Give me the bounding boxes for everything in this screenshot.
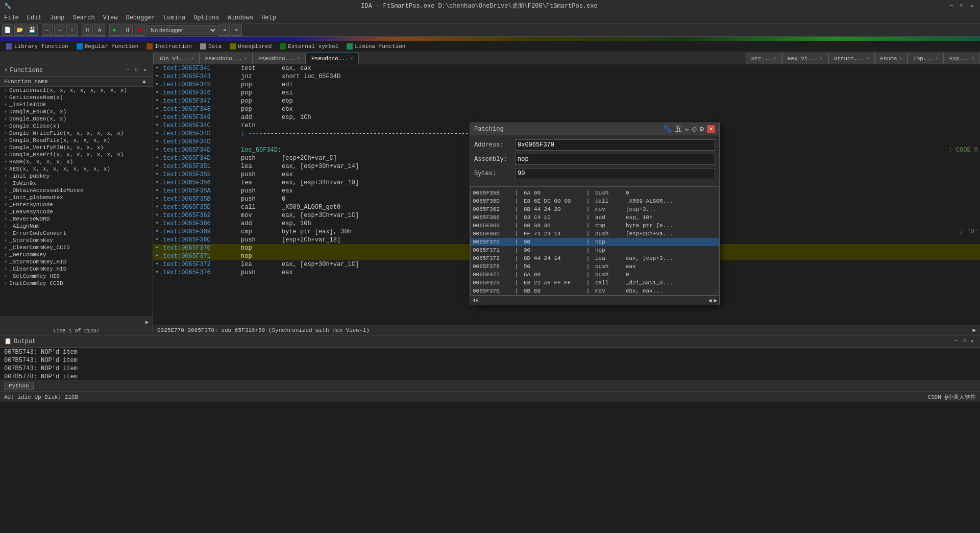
disasm-row[interactable]: •.text:0065F349addesp, 1Ch: [153, 113, 980, 122]
panel-close-btn[interactable]: ✕: [141, 67, 149, 74]
hex-table-row[interactable]: 0065F37E | 8B 88 | mov ebx, eax...: [471, 287, 719, 295]
func-list-item[interactable]: ⚡_ClearCommKey_HID: [0, 265, 153, 273]
tab-pseudo2[interactable]: Pseudoco... ✕: [253, 53, 306, 64]
hex-table-row[interactable]: 0065F366 | 83 C4 10 | add esp, 10h: [471, 213, 719, 222]
run-btn[interactable]: ▶: [109, 25, 120, 36]
panel-min-btn[interactable]: ─: [125, 67, 132, 74]
assembly-input[interactable]: [515, 154, 715, 165]
func-scroll-up[interactable]: ▲: [142, 79, 149, 85]
tab-enums[interactable]: Enums ✕: [875, 53, 908, 64]
close-button[interactable]: ✕: [968, 2, 976, 10]
tab-imp[interactable]: Imp... ✕: [908, 53, 944, 64]
disasm-row[interactable]: •.text:0065F346popesi: [153, 89, 980, 97]
func-list-item[interactable]: ⚡GenLicense1(x, x, x, x, x, x, x, x): [0, 87, 153, 94]
menu-item-windows[interactable]: Windows: [224, 12, 257, 23]
func-list-item[interactable]: ⚡_IsFileIDOK: [0, 101, 153, 108]
func-list-item[interactable]: ⚡_StoreCommKey_HID: [0, 258, 153, 265]
hex-table-row[interactable]: 0065F371 | 90 | nop: [471, 246, 719, 254]
tab-hexview[interactable]: Hex Vi... ✕: [782, 53, 828, 64]
func-list-item[interactable]: ⚡Dongle_ReadFile(x, x, x, x, x): [0, 137, 153, 144]
menu-item-debugger[interactable]: Debugger: [121, 12, 159, 23]
func-list-item[interactable]: ⚡_AlignNum: [0, 223, 153, 230]
func-list-item[interactable]: ⚡_ClearCommKey_CCID: [0, 244, 153, 251]
patching-scroll-left[interactable]: ◀: [708, 297, 712, 304]
func-list-item[interactable]: ⚡_GetCommKey_HID: [0, 273, 153, 280]
hex-table-row[interactable]: 0065F369 | 80 38 30 | cmp byte ptr [e...: [471, 222, 719, 230]
dog-icon[interactable]: 🐾: [663, 125, 672, 133]
stop-btn[interactable]: ⏹: [134, 25, 145, 36]
tab-pseudo3-close[interactable]: ✕: [351, 56, 353, 61]
menu-item-lumina[interactable]: Lumina: [159, 12, 189, 23]
disasm-row[interactable]: •.text:0065F341testeax, eax: [153, 64, 980, 72]
disasm-row[interactable]: •.text:0065F348popebx: [153, 105, 980, 113]
edit-icon[interactable]: ✏: [685, 125, 689, 133]
hex-btn[interactable]: H: [82, 25, 93, 36]
hex-table-row[interactable]: 0065F376 | 50 | push eax: [471, 262, 719, 271]
hex-table-row[interactable]: 0065F362 | 8B 44 24 20 | mov [esp+3...: [471, 205, 719, 213]
func-scroll-right[interactable]: ▶: [145, 319, 149, 325]
step-btn[interactable]: ⇥: [218, 25, 230, 36]
asm-btn[interactable]: A: [94, 25, 105, 36]
menu-item-jump[interactable]: Jump: [46, 12, 69, 23]
func-list-item[interactable]: ⚡_ReverseWORD: [0, 215, 153, 223]
tab-pseudo1[interactable]: Pseudoco... ✕: [200, 53, 253, 64]
disasm-row[interactable]: •.text:0065F347popebp: [153, 97, 980, 105]
hex-table-row[interactable]: 0065F35B | 6A 00 | push 0: [471, 189, 719, 197]
new-btn[interactable]: 📄: [2, 25, 13, 36]
target-icon[interactable]: ◎: [692, 125, 696, 133]
up-btn[interactable]: ↑: [66, 25, 78, 36]
tab-exp-close[interactable]: ✕: [972, 56, 974, 61]
menu-item-edit[interactable]: Edit: [23, 12, 46, 23]
pause-btn[interactable]: ⏸: [121, 25, 133, 36]
menu-item-file[interactable]: File: [0, 12, 23, 23]
func-list-item[interactable]: ⚡InitCommKey CCID: [0, 280, 153, 287]
five-icon[interactable]: 五: [675, 125, 682, 134]
hex-table-row[interactable]: 0065F36C | FF 74 24 14 | push [esp+2Ch+v…: [471, 230, 719, 238]
scroll-right-btn[interactable]: ▶: [972, 327, 976, 333]
tab-str-close[interactable]: ✕: [773, 56, 776, 61]
hex-table-row[interactable]: 0065F379 | E8 22 A8 FF FF | call _d2i_AS…: [471, 279, 719, 287]
open-btn[interactable]: 📂: [14, 25, 26, 36]
minimize-button[interactable]: ─: [947, 2, 955, 10]
func-list-item[interactable]: ⚡Dongle_WriteFile(x, x, x, x, x, x): [0, 130, 153, 137]
tab-pseudo3[interactable]: Pseudoco... ✕: [306, 53, 359, 64]
func-list-item[interactable]: ⚡Dongle_Open(x, x): [0, 115, 153, 123]
func-list-item[interactable]: ⚡Dongle_Enum(x, x): [0, 108, 153, 115]
tab-pseudo2-close[interactable]: ✕: [298, 56, 300, 61]
func-list-item[interactable]: ⚡Dongle_RsaPri(x, x, x, x, x, x, x): [0, 151, 153, 158]
func-list-item[interactable]: ⚡_ObtainAccessableMutex: [0, 187, 153, 194]
menu-item-help[interactable]: Help: [257, 12, 280, 23]
func-list[interactable]: ⚡GenLicense1(x, x, x, x, x, x, x, x)⚡Get…: [0, 87, 153, 317]
output-close-btn[interactable]: ✕: [969, 338, 976, 345]
tab-str[interactable]: Str... ✕: [746, 53, 782, 64]
tab-hexview-close[interactable]: ✕: [820, 56, 822, 61]
hex-table-row[interactable]: 0065F370 | 90 | nop: [471, 238, 719, 246]
output-max-btn[interactable]: □: [961, 338, 968, 345]
menu-item-search[interactable]: Search: [68, 12, 99, 23]
tab-struct-close[interactable]: ✕: [866, 56, 869, 61]
func-list-item[interactable]: ⚡_ErrorCodeConvert: [0, 230, 153, 237]
hex-table-row[interactable]: 0065F377 | 6A 00 | push 0: [471, 271, 719, 279]
func-list-item[interactable]: ⚡AES(x, x, x, x, x, x, x, x, x): [0, 165, 153, 173]
func-list-item[interactable]: ⚡_StoreCommKey: [0, 237, 153, 244]
disasm-row[interactable]: •.text:0065F345popedi: [153, 81, 980, 89]
patching-close-btn[interactable]: ✕: [707, 125, 715, 133]
output-min-btn[interactable]: ─: [952, 338, 960, 345]
patching-scroll-right[interactable]: ▶: [714, 297, 717, 304]
func-list-item[interactable]: ⚡_init_pubkey: [0, 173, 153, 180]
func-list-item[interactable]: ⚡_IsWin9x: [0, 180, 153, 187]
func-list-item[interactable]: ⚡_EnterSynCode: [0, 201, 153, 208]
back-btn[interactable]: ←: [42, 25, 53, 36]
address-input[interactable]: [515, 139, 715, 151]
menu-item-view[interactable]: View: [99, 12, 122, 23]
func-list-item[interactable]: ⚡_LeaveSynCode: [0, 208, 153, 215]
save-btn[interactable]: 💾: [27, 25, 38, 36]
tab-ida-view[interactable]: IDA Vi... ✕: [153, 53, 200, 64]
func-list-item[interactable]: ⚡GetLicenseNum(x): [0, 94, 153, 101]
bytes-input[interactable]: [515, 168, 715, 179]
debugger-select[interactable]: No debugger: [146, 25, 217, 35]
restore-button[interactable]: □: [958, 2, 966, 10]
hex-table-row[interactable]: 0065F35D | E8 6E DC 00 00 | call _X509_A…: [471, 197, 719, 205]
forward-btn[interactable]: →: [54, 25, 65, 36]
panel-max-btn[interactable]: □: [133, 67, 140, 74]
